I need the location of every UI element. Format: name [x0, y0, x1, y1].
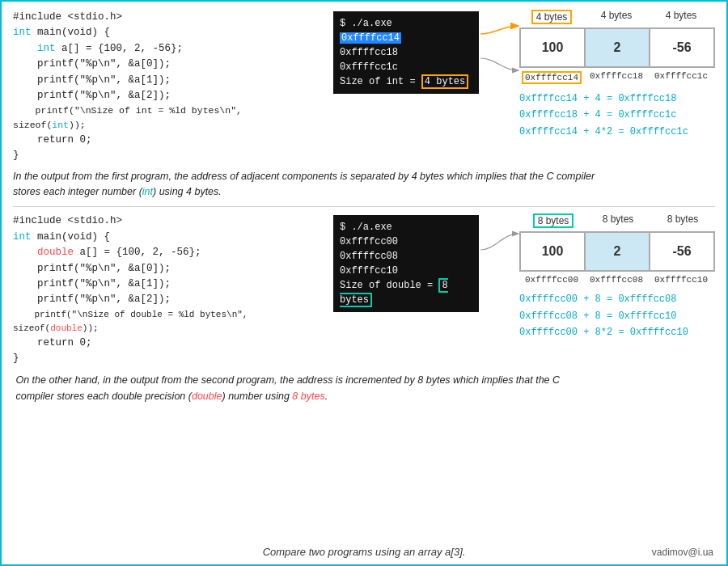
bottom-array-viz: 8 bytes 8 bytes 8 bytes 100 2 -56 0xffff… [519, 213, 715, 340]
bottom-code-line-1: #include <stdio.h> [13, 213, 319, 229]
bottom-byte-label-3: 8 bytes [650, 213, 715, 228]
bottom-code-line-5: printf("%p\n", &a[1]); [13, 277, 319, 292]
bottom-cell-2: -56 [650, 232, 714, 271]
top-math-line-1: 0xffffcc14 + 4 = 0xffffcc18 [519, 91, 715, 107]
top-addr-label-0-wrap: 0xffffcc14 [519, 71, 584, 84]
8bytes-inline: 8 bytes [292, 391, 324, 402]
bottom-cell-0: 100 [520, 232, 585, 271]
code-line-1: #include <stdio.h> [13, 10, 319, 25]
bottom-addr-label-0: 0xffffcc00 [519, 275, 584, 285]
top-explanation: In the output from the first program, th… [13, 169, 715, 201]
top-byte-label-1: 4 bytes [519, 10, 584, 24]
footer-right-area: vadimov@i.ua [652, 546, 713, 558]
terminal-line-3: 0xffffcc18 [340, 45, 472, 60]
bottom-terminal-line-3: 0xffffcc08 [340, 249, 472, 264]
bottom-addr-label-1: 0xffffcc08 [584, 275, 649, 285]
terminal-line-1: $ ./a.exe [340, 16, 472, 31]
bottom-addr-labels: 0xffffcc00 0xffffcc08 0xffffcc10 [519, 275, 715, 285]
terminal-line-2: 0xffffcc14 [340, 31, 472, 45]
bottom-code-line-7: printf("\nSize of double = %ld bytes\n",… [13, 308, 319, 336]
top-addr-labels: 0xffffcc14 0xffffcc18 0xffffcc1c [519, 71, 715, 84]
bottom-code-line-2: int main(void) { [13, 230, 319, 245]
top-cell-1: 2 [585, 28, 650, 67]
top-terminal: $ ./a.exe 0xffffcc14 0xffffcc18 0xffffcc… [333, 11, 479, 94]
section-divider [13, 206, 715, 207]
footer-right-text: vadimov@i.ua [652, 547, 713, 558]
bottom-terminal-line-4: 0xffffcc10 [340, 264, 472, 278]
top-array-cells: 100 2 -56 [519, 27, 715, 68]
terminal-addr-highlight: 0xffffcc14 [340, 32, 401, 44]
top-cell-0: 100 [520, 28, 585, 67]
top-array-viz: 4 bytes 4 bytes 4 bytes 100 2 -56 0xffff… [519, 10, 715, 140]
top-math-block: 0xffffcc14 + 4 = 0xffffcc18 0xffffcc18 +… [519, 91, 715, 140]
code-line-2: int main(void) { [13, 25, 319, 40]
code-line-4: printf("%p\n", &a[0]); [13, 57, 319, 72]
terminal-size-highlight: 4 bytes [421, 74, 468, 89]
top-math-line-2: 0xffffcc18 + 4 = 0xffffcc1c [519, 107, 715, 123]
bottom-byte-label-1: 8 bytes [533, 213, 574, 228]
bottom-code-block: #include <stdio.h> int main(void) { doub… [13, 213, 319, 366]
bottom-array-cells: 100 2 -56 [519, 231, 715, 272]
bottom-terminal-line-1: $ ./a.exe [340, 220, 472, 234]
top-code-block: #include <stdio.h> int main(void) { int … [13, 10, 319, 164]
bottom-byte-label-2: 8 bytes [586, 213, 650, 228]
bottom-code-line-8: return 0; [13, 336, 319, 351]
top-addr-label-1: 0xffffcc18 [584, 71, 649, 84]
bottom-terminal-line-2: 0xffffcc00 [340, 234, 472, 249]
top-byte-label-2: 4 bytes [584, 10, 649, 24]
bottom-terminal-line-5: Size of double = 8 bytes [340, 278, 472, 307]
code-line-3: int a[] = {100, 2, -56}; [13, 41, 319, 57]
int-keyword-inline: int [142, 186, 153, 197]
top-cell-2: -56 [650, 28, 714, 67]
bottom-cell-1: 2 [585, 232, 650, 271]
bottom-byte-labels: 8 bytes 8 bytes 8 bytes [521, 213, 715, 228]
bottom-addr-label-2: 0xffffcc10 [649, 275, 713, 285]
terminal-line-5: Size of int = 4 bytes [340, 74, 472, 89]
arrow-area-bottom [479, 213, 519, 278]
top-math-line-3: 0xffffcc14 + 4*2 = 0xffffcc1c [519, 124, 715, 140]
footer-text: Compare two programs using an array a[3]… [263, 546, 466, 558]
bottom-code-line-4: printf("%p\n", &a[0]); [13, 261, 319, 277]
code-line-6: printf("%p\n", &a[2]); [13, 88, 319, 103]
top-addr-label-0: 0xffffcc14 [522, 71, 582, 84]
arrow-svg-bottom [479, 222, 519, 286]
top-addr-label-2: 0xffffcc1c [649, 71, 713, 84]
bottom-math-line-3: 0xffffcc00 + 8*2 = 0xffffcc10 [519, 324, 715, 340]
bottom-code-line-6: printf("%p\n", &a[2]); [13, 292, 319, 307]
terminal-line-4: 0xffffcc1c [340, 60, 472, 74]
top-byte-labels: 4 bytes 4 bytes 4 bytes [519, 10, 715, 24]
code-line-7: printf("\nSize of int = %ld bytes\n", si… [13, 103, 319, 133]
code-line-5: printf("%p\n", &a[1]); [13, 73, 319, 88]
bottom-code-line-9: } [13, 351, 319, 366]
bottom-terminal-size-highlight: 8 bytes [340, 278, 448, 307]
bottom-byte-label-1-wrap: 8 bytes [521, 213, 586, 228]
code-line-9: } [13, 148, 319, 163]
code-line-8: return 0; [13, 133, 319, 148]
bottom-math-line-2: 0xffffcc08 + 8 = 0xffffcc10 [519, 308, 715, 324]
bottom-math-block: 0xffffcc00 + 8 = 0xffffcc08 0xffffcc08 +… [519, 291, 715, 340]
main-container: #include <stdio.h> int main(void) { int … [2, 2, 726, 564]
top-byte-label-3: 4 bytes [649, 10, 713, 24]
top-section: #include <stdio.h> int main(void) { int … [13, 10, 715, 164]
footer-area: Compare two programs using an array a[3]… [2, 546, 726, 558]
arrow-area-top [479, 10, 519, 74]
bottom-code-line-3: double a[] = {100, 2, -56}; [13, 245, 319, 260]
bottom-terminal: $ ./a.exe 0xffffcc00 0xffffcc08 0xffffcc… [333, 215, 479, 312]
bottom-section: #include <stdio.h> int main(void) { doub… [13, 213, 715, 366]
arrow-svg-top [479, 18, 519, 82]
bottom-explanation: On the other hand, in the output from th… [13, 373, 715, 404]
double-keyword-inline: double [192, 391, 222, 402]
bottom-math-line-1: 0xffffcc00 + 8 = 0xffffcc08 [519, 291, 715, 307]
